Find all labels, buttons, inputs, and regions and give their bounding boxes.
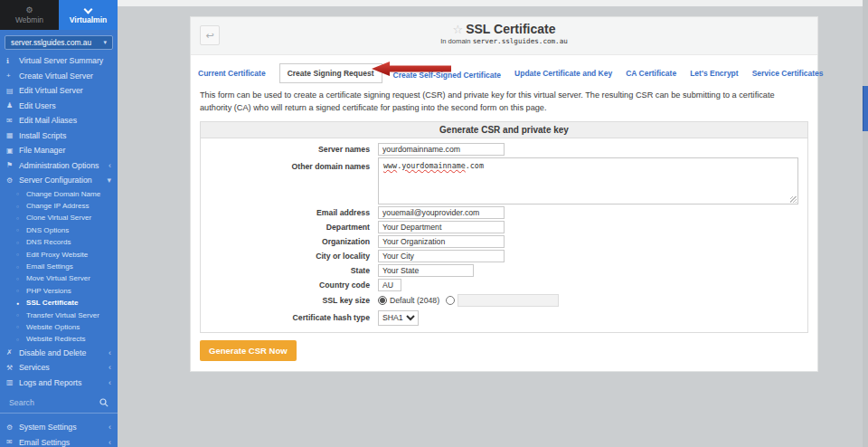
- tab-bar: Current Certificate Create Signing Reque…: [191, 55, 817, 88]
- subitem-label: SSL Certificate: [26, 299, 78, 307]
- form-row-email-address: Email address: [201, 205, 807, 220]
- tab-update-certificate-and-key[interactable]: Update Certificate and Key: [514, 69, 612, 78]
- tab-current-certificate[interactable]: Current Certificate: [198, 69, 266, 78]
- tab-create-self-signed-certificate[interactable]: Create Self-Signed Certificate: [393, 71, 502, 80]
- state-input[interactable]: [378, 264, 474, 277]
- sidebar-item-email-settings[interactable]: ✉ Email Settings ‹: [0, 435, 118, 447]
- sidebar-subitem-php-versions[interactable]: ○PHP Versions: [0, 285, 118, 297]
- sidebar-item-label: File Manager: [19, 146, 65, 155]
- sidebar-item-disable-and-delete[interactable]: ✗ Disable and Delete ‹: [0, 346, 118, 361]
- key-size-custom-input[interactable]: [458, 294, 559, 307]
- server-configuration-submenu: ○Change Domain Name ○Change IP Address ○…: [0, 188, 118, 346]
- field-label: Organization: [201, 235, 378, 248]
- form-row-server-names: Server names: [201, 142, 807, 157]
- sidebar-subitem-change-ip-address[interactable]: ○Change IP Address: [0, 200, 118, 212]
- delete-icon: ✗: [6, 348, 19, 357]
- chevron-collapsed-icon: ‹: [108, 438, 111, 447]
- key-size-default-label: Default (2048): [390, 296, 439, 305]
- subitem-label: Edit Proxy Website: [26, 251, 88, 259]
- organization-input[interactable]: [378, 235, 505, 248]
- sidebar-footer-nav: ⚙ System Settings ‹ ✉ Email Settings ‹: [0, 420, 118, 447]
- sidebar-item-services[interactable]: ⚒ Services ‹: [0, 360, 118, 376]
- server-select-dropdown[interactable]: server.sslguides.com.au ▾: [5, 35, 113, 50]
- email-address-input[interactable]: [378, 206, 505, 219]
- tab-create-signing-request[interactable]: Create Signing Request: [279, 63, 382, 83]
- sidebar-subitem-change-domain-name[interactable]: ○Change Domain Name: [0, 188, 118, 200]
- sidebar-item-create-virtual-server[interactable]: + Create Virtual Server: [0, 69, 118, 84]
- submit-row: Generate CSR Now: [191, 333, 817, 371]
- sidebar-subitem-email-settings[interactable]: ○Email Settings: [0, 261, 118, 272]
- sidebar-item-label: Administration Options: [19, 161, 99, 170]
- generate-csr-button[interactable]: Generate CSR Now: [200, 340, 297, 361]
- sidebar-item-label: Edit Users: [19, 101, 56, 110]
- search-input[interactable]: [9, 398, 92, 407]
- subitem-label: Website Options: [26, 323, 80, 331]
- sidebar-item-label: Virtual Server Summary: [19, 56, 103, 65]
- sidebar-item-edit-users[interactable]: ♟ Edit Users: [0, 99, 118, 114]
- bullet-icon: ○: [16, 204, 26, 209]
- back-button[interactable]: ↩: [200, 25, 220, 45]
- domain-prefix: In domain: [440, 37, 470, 45]
- other-domain-names-textarea[interactable]: www.yourdomainname.com: [378, 157, 798, 204]
- envelope-icon: ✉: [6, 438, 19, 446]
- scrollbar-thumb[interactable]: [863, 86, 868, 131]
- sidebar-subitem-edit-proxy-website[interactable]: ○Edit Proxy Website: [0, 248, 118, 260]
- country-code-input[interactable]: [378, 279, 401, 291]
- department-input[interactable]: [378, 221, 505, 233]
- sidebar: ⚙ Webmin Virtualmin server.sslguides.com…: [0, 0, 118, 447]
- sidebar-subitem-dns-options[interactable]: ○DNS Options: [0, 224, 118, 236]
- star-icon[interactable]: ☆: [453, 23, 464, 36]
- sidebar-item-virtual-server-summary[interactable]: ℹ Virtual Server Summary: [0, 53, 118, 69]
- hash-type-select[interactable]: SHA1: [378, 310, 419, 326]
- title-wrap: ☆SSL Certificate In domain server.sslgui…: [191, 17, 817, 45]
- csr-form-table: Generate CSR and private key Server name…: [200, 121, 808, 333]
- sidebar-item-logs-and-reports[interactable]: ▥ Logs and Reports ‹: [0, 376, 118, 391]
- sidebar-item-install-scripts[interactable]: ▦ Install Scripts: [0, 128, 118, 144]
- sidebar-item-system-settings[interactable]: ⚙ System Settings ‹: [0, 420, 118, 435]
- sidebar-subitem-website-redirects[interactable]: ○Website Redirects: [0, 333, 118, 345]
- sidebar-item-label: Install Scripts: [19, 131, 66, 140]
- search-icon: [99, 398, 108, 407]
- form-row-ssl-key-size: SSL key size Default (2048): [201, 292, 807, 309]
- tab-lets-encrypt[interactable]: Let's Encrypt: [690, 69, 739, 78]
- server-icon: ▤: [6, 87, 19, 95]
- server-names-input[interactable]: [378, 143, 505, 156]
- tab-virtualmin[interactable]: Virtualmin: [59, 0, 118, 30]
- tools-icon: ⚒: [6, 364, 19, 372]
- caret-down-icon: ▾: [103, 39, 107, 46]
- key-size-custom-radio[interactable]: [446, 296, 455, 305]
- key-size-default-radio[interactable]: [378, 296, 387, 305]
- resize-handle[interactable]: [790, 196, 797, 203]
- textarea-text: yourdomainname: [401, 161, 466, 170]
- sidebar-subitem-transfer-virtual-server[interactable]: ○Transfer Virtual Server: [0, 309, 118, 320]
- sidebar-subitem-ssl-certificate[interactable]: ●SSL Certificate: [0, 297, 118, 309]
- form-row-state: State: [201, 263, 807, 278]
- field-label: State: [201, 264, 378, 277]
- sidebar-item-server-configuration[interactable]: ⚙ Server Configuration ▾: [0, 173, 118, 188]
- bullet-icon: ○: [16, 276, 26, 281]
- form-row-other-domain-names: Other domain names www.yourdomainname.co…: [201, 157, 807, 205]
- form-row-country-code: Country code: [201, 278, 807, 292]
- sidebar-subitem-move-virtual-server[interactable]: ○Move Virtual Server: [0, 272, 118, 284]
- bullet-icon: ○: [16, 240, 26, 245]
- sidebar-item-label: Disable and Delete: [19, 348, 86, 357]
- sidebar-subitem-dns-records[interactable]: ○DNS Records: [0, 236, 118, 248]
- sidebar-item-edit-mail-aliases[interactable]: ✉ Edit Mail Aliases: [0, 113, 118, 128]
- tab-ca-certificate[interactable]: CA Certificate: [626, 69, 676, 78]
- sidebar-item-administration-options[interactable]: ⚑ Administration Options ‹: [0, 158, 118, 174]
- sidebar-subitem-website-options[interactable]: ○Website Options: [0, 321, 118, 333]
- sidebar-item-edit-virtual-server[interactable]: ▤ Edit Virtual Server: [0, 83, 118, 99]
- sidebar-subitem-clone-virtual-server[interactable]: ○Clone Virtual Server: [0, 212, 118, 224]
- form-row-city: City or locality: [201, 249, 807, 263]
- tab-webmin[interactable]: ⚙ Webmin: [0, 0, 59, 30]
- gear-icon: ⚙: [6, 176, 19, 185]
- bullet-active-icon: ●: [16, 300, 26, 306]
- subitem-label: Move Virtual Server: [26, 274, 90, 282]
- scrollbar-track[interactable]: [863, 0, 868, 447]
- server-select-value: server.sslguides.com.au: [11, 38, 91, 47]
- tab-service-certificates[interactable]: Service Certificates: [752, 69, 824, 78]
- city-input[interactable]: [378, 250, 505, 262]
- chevron-expanded-icon: ▾: [107, 176, 111, 185]
- field-label: Other domain names: [201, 157, 378, 173]
- sidebar-item-file-manager[interactable]: ▣ File Manager: [0, 143, 118, 158]
